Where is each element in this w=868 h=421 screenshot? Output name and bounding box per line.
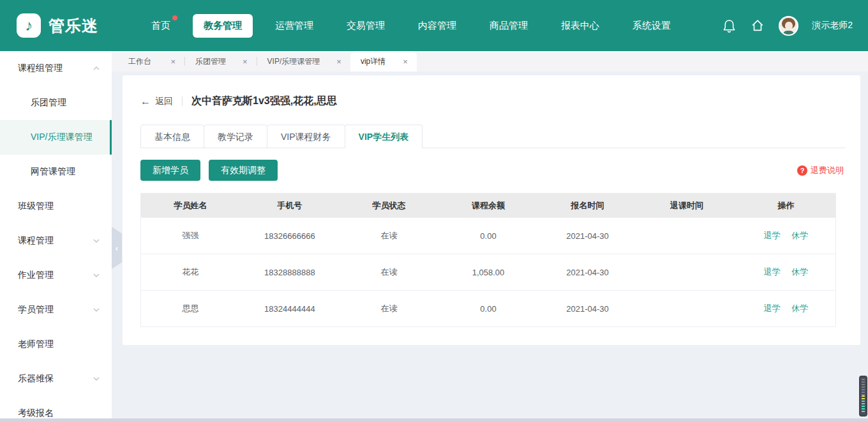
sidebar-item-teacher-management[interactable]: 老师管理 [0, 327, 112, 362]
sidebar-item-exam-registration[interactable]: 考级报名 [0, 396, 112, 421]
withdraw-link[interactable]: 退学 [764, 267, 781, 277]
open-tabs-bar: 工作台 × 乐团管理 × VIP/乐理课管理 × vip详情 × [112, 51, 868, 72]
suspend-link[interactable]: 休学 [791, 267, 808, 277]
home-icon[interactable] [750, 18, 765, 33]
main-area: 工作台 × 乐团管理 × VIP/乐理课管理 × vip详情 × [112, 51, 868, 418]
sidebar-item-label: 学员管理 [18, 304, 93, 316]
withdraw-link[interactable]: 退学 [764, 303, 781, 313]
nav-item-transactions[interactable]: 交易管理 [336, 14, 396, 38]
nav-item-settings[interactable]: 系统设置 [622, 14, 682, 38]
cell-phone: 18326666666 [240, 218, 340, 254]
suspend-link[interactable]: 休学 [791, 231, 808, 240]
tab-label: 乐团管理 [195, 56, 226, 67]
sidebar-item-course-groups[interactable]: 课程组管理 [0, 51, 112, 86]
sidebar-item-label: 课程组管理 [18, 63, 93, 74]
nav-item-operations[interactable]: 运营管理 [264, 14, 324, 38]
close-icon[interactable]: × [170, 57, 176, 66]
nav-item-label: 首页 [151, 20, 170, 31]
back-label: 返回 [155, 96, 173, 107]
avatar-body [784, 31, 793, 36]
close-icon[interactable]: × [243, 57, 248, 66]
chevron-up-icon [93, 65, 100, 72]
cell-withdraw-date [637, 218, 737, 254]
sidebar-item-instrument-maintenance[interactable]: 乐器维保 [0, 362, 112, 396]
refund-note-label: 退费说明 [811, 165, 844, 176]
tab-basic-info[interactable]: 基本信息 [140, 125, 204, 148]
tab-teaching-records[interactable]: 教学记录 [204, 125, 267, 148]
open-tab-vip-theory[interactable]: VIP/乐理课管理 × [257, 51, 350, 72]
sidebar-collapse-handle[interactable]: ‹ [112, 227, 122, 269]
cell-student-name: 花花 [141, 254, 241, 291]
vip-detail-card: ← 返回 次中音萨克斯1v3强强,花花,思思 基本信息 教学记录 VIP课程财务… [123, 75, 860, 345]
cell-withdraw-date [637, 254, 737, 291]
action-toolbar: 新增学员 有效期调整 ? 退费说明 [140, 160, 845, 181]
nav-item-label: 内容管理 [418, 20, 456, 31]
notification-dot [172, 15, 177, 20]
suspend-link[interactable]: 休学 [791, 303, 808, 313]
tab-label: VIP学生列表 [359, 132, 409, 142]
open-tab-band-management[interactable]: 乐团管理 × [185, 51, 257, 72]
sidebar-item-label: 乐器维保 [18, 373, 93, 385]
detail-header: ← 返回 次中音萨克斯1v3强强,花花,思思 [140, 95, 845, 108]
sidebar-item-label: VIP/乐理课管理 [31, 132, 98, 143]
sidebar-item-label: 乐团管理 [31, 97, 100, 109]
nav-item-content[interactable]: 内容管理 [407, 14, 467, 38]
user-avatar[interactable] [779, 16, 798, 36]
cell-balance: 0.00 [438, 291, 538, 327]
col-student-name: 学员姓名 [141, 194, 241, 218]
cell-status: 在读 [340, 291, 439, 327]
chevron-down-icon [93, 306, 100, 314]
add-student-button[interactable]: 新增学员 [140, 160, 200, 181]
bell-icon[interactable] [721, 18, 737, 33]
close-icon[interactable]: × [403, 57, 408, 66]
close-icon[interactable]: × [336, 57, 341, 66]
table-header-row: 学员姓名 手机号 学员状态 课程余额 报名时间 退课时间 操作 [141, 194, 836, 218]
withdraw-link[interactable]: 退学 [764, 231, 781, 240]
cell-balance: 1,058.00 [438, 254, 538, 291]
question-mark-icon: ? [797, 165, 807, 176]
adjust-validity-button[interactable]: 有效期调整 [209, 160, 278, 181]
student-table: 学员姓名 手机号 学员状态 课程余额 报名时间 退课时间 操作 强强 18326 [140, 193, 836, 327]
tab-vip-course-finance[interactable]: VIP课程财务 [267, 125, 345, 148]
nav-item-home[interactable]: 首页 [140, 14, 181, 38]
cell-actions: 退学 休学 [737, 218, 836, 254]
sidebar-item-course-management[interactable]: 课程管理 [0, 224, 112, 258]
back-button[interactable]: ← 返回 [140, 96, 173, 107]
meter-gray-segment [862, 379, 865, 395]
nav-item-label: 商品管理 [490, 20, 528, 31]
sidebar-item-label: 考级报名 [18, 408, 100, 419]
nav-item-products[interactable]: 商品管理 [479, 14, 539, 38]
nav-item-reports[interactable]: 报表中心 [550, 14, 610, 38]
sidebar-item-online-course-management[interactable]: 网管课管理 [0, 155, 112, 189]
sidebar-item-band-management[interactable]: 乐团管理 [0, 86, 112, 120]
sidebar-item-student-management[interactable]: 学员管理 [0, 293, 112, 327]
nav-item-academic[interactable]: 教务管理 [193, 14, 253, 38]
music-note-icon: ♪ [25, 17, 33, 34]
page-title: 次中音萨克斯1v3强强,花花,思思 [191, 95, 337, 108]
app-frame: 课程组管理 乐团管理 VIP/乐理课管理 网管课管理 班级管理 课程管理 作业管… [0, 51, 868, 418]
activity-meter-widget [859, 376, 867, 417]
nav-item-label: 教务管理 [204, 20, 242, 31]
work-area: ← 返回 次中音萨克斯1v3强强,花花,思思 基本信息 教学记录 VIP课程财务… [112, 72, 868, 418]
sidebar-item-label: 作业管理 [18, 270, 93, 281]
horizontal-scrollbar[interactable] [0, 418, 868, 421]
sidebar-menu: 课程组管理 乐团管理 VIP/乐理课管理 网管课管理 班级管理 课程管理 作业管… [0, 51, 112, 418]
tab-label: 教学记录 [218, 132, 253, 142]
tab-vip-student-list[interactable]: VIP学生列表 [345, 125, 423, 148]
brand-name: 管乐迷 [49, 15, 98, 36]
open-tab-vip-detail[interactable]: vip详情 × [350, 51, 417, 72]
collapse-arrow-icon: ‹ [116, 243, 118, 253]
avatar-face [785, 22, 793, 30]
sidebar-item-homework-management[interactable]: 作业管理 [0, 258, 112, 293]
tab-label: 工作台 [128, 56, 151, 67]
sidebar-item-class-management[interactable]: 班级管理 [0, 189, 112, 224]
refund-note-link[interactable]: ? 退费说明 [797, 165, 845, 176]
open-tab-workbench[interactable]: 工作台 × [118, 51, 184, 72]
sidebar-item-label: 课程管理 [18, 235, 93, 247]
sidebar-item-vip-theory-management[interactable]: VIP/乐理课管理 [0, 120, 112, 155]
table-row: 强强 18326666666 在读 0.00 2021-04-30 退学 休学 [141, 218, 836, 254]
col-withdraw-date: 退课时间 [637, 194, 737, 218]
cell-actions: 退学 休学 [737, 254, 836, 291]
tab-label: VIP/乐理课管理 [267, 56, 320, 67]
current-user-name[interactable]: 演示老师2 [812, 20, 853, 31]
